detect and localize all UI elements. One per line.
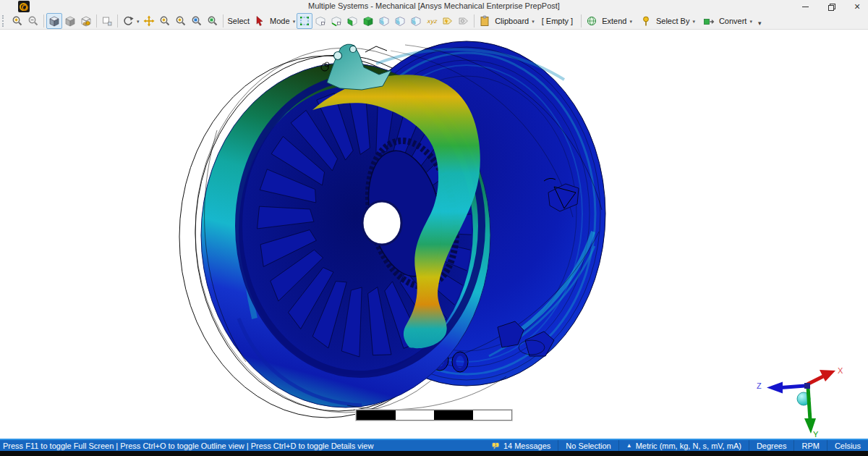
extend-icon xyxy=(584,13,600,29)
select-label: Select xyxy=(228,17,250,25)
select-by-label: Select By xyxy=(656,17,689,25)
coordinate-pick-button[interactable] xyxy=(424,13,440,29)
graphics-toolbar: ▾ Select Mode ▾ Clipboard ▾ [ Empty ] Ex… xyxy=(0,13,868,30)
close-button[interactable]: × xyxy=(852,1,862,12)
rotate-dropdown-caret[interactable]: ▾ xyxy=(137,19,140,25)
select-element-face-button[interactable] xyxy=(392,13,408,29)
restore-icon xyxy=(828,4,835,10)
title-bar: Multiple Systems - Mechanical [Ansys Mec… xyxy=(0,0,868,13)
convert-dropdown[interactable]: Convert ▾ xyxy=(701,13,754,29)
messages-button[interactable]: 14 Messages xyxy=(484,440,558,451)
zoom-button[interactable] xyxy=(157,13,173,29)
restore-button[interactable] xyxy=(826,1,836,12)
select-mode-button[interactable] xyxy=(297,13,312,29)
toolbar-grip[interactable] xyxy=(2,15,7,27)
select-by-icon xyxy=(638,13,654,29)
pan-button[interactable] xyxy=(141,13,157,29)
clipboard-empty-indicator: [ Empty ] xyxy=(542,17,573,25)
minimize-icon xyxy=(802,7,809,7)
vertex-select-button[interactable] xyxy=(312,13,328,29)
shaded-exterior-button[interactable] xyxy=(62,13,78,29)
messages-icon xyxy=(491,442,501,450)
body-select-button[interactable] xyxy=(360,13,376,29)
convert-label: Convert xyxy=(719,17,747,25)
status-bar: Press F11 to toggle Full Screen | Press … xyxy=(0,440,868,451)
minimize-button[interactable] xyxy=(800,1,810,12)
face-select-button[interactable] xyxy=(344,13,360,29)
zoom-out-button[interactable] xyxy=(25,13,41,29)
shaded-exterior-edges-button[interactable] xyxy=(46,13,62,29)
show-mesh-button[interactable] xyxy=(99,13,115,29)
taskbar-edge-strip xyxy=(0,451,868,456)
clipboard-icon xyxy=(477,13,493,29)
clipboard-label: Clipboard xyxy=(495,17,529,25)
model-canvas[interactable]: X Z Y xyxy=(0,30,868,439)
x-axis-label: X xyxy=(838,366,843,375)
clipboard-dropdown[interactable]: Clipboard ▾ xyxy=(477,13,536,29)
graphics-viewport[interactable]: X Z Y xyxy=(0,30,868,439)
mode-dropdown-caret: ▾ xyxy=(293,19,296,25)
angle-unit-button[interactable]: Degrees xyxy=(749,440,794,451)
probe-button[interactable] xyxy=(440,13,456,29)
rotation-unit-button[interactable]: RPM xyxy=(793,440,826,451)
mode-dropdown[interactable]: Mode ▾ xyxy=(268,17,297,25)
select-by-dropdown[interactable]: Select By ▾ xyxy=(638,13,697,29)
select-node-button[interactable] xyxy=(376,13,392,29)
select-cursor-icon[interactable] xyxy=(252,13,268,29)
temperature-unit-button[interactable]: Celsius xyxy=(827,440,868,451)
statusbar-hints: Press F11 to toggle Full Screen | Press … xyxy=(0,442,373,450)
units-triangle-icon: ▲ xyxy=(626,442,632,449)
units-dropdown[interactable]: ▲ Metric (mm, kg, N, s, mV, mA) xyxy=(618,440,749,451)
extend-dropdown[interactable]: Extend ▾ xyxy=(584,13,634,29)
mode-label: Mode xyxy=(270,17,290,25)
z-axis-label: Z xyxy=(757,381,762,390)
window-title: Multiple Systems - Mechanical [Ansys Mec… xyxy=(0,1,868,10)
toolbar-overflow-caret[interactable]: ▾ xyxy=(758,20,762,27)
magnifier-window-button[interactable] xyxy=(205,13,221,29)
zoom-in-button[interactable] xyxy=(9,13,25,29)
rotate-button[interactable] xyxy=(120,13,136,29)
y-axis-label: Y xyxy=(813,430,819,439)
orientation-triad[interactable]: X Z Y xyxy=(757,366,843,439)
messages-label: 14 Messages xyxy=(503,442,550,450)
scale-ruler xyxy=(356,410,512,421)
convert-icon xyxy=(701,13,717,29)
snap-disabled-button[interactable] xyxy=(456,13,472,29)
wireframe-button[interactable] xyxy=(78,13,94,29)
z-axis-arrow[interactable] xyxy=(767,382,783,394)
units-label: Metric (mm, kg, N, s, mV, mA) xyxy=(636,442,741,450)
selection-status: No Selection xyxy=(558,440,618,451)
extend-label: Extend xyxy=(602,17,626,25)
hub-bore-hole xyxy=(362,201,401,245)
select-element-button[interactable] xyxy=(408,13,424,29)
zoom-to-fit-button[interactable] xyxy=(189,13,205,29)
edge-select-button[interactable] xyxy=(328,13,344,29)
box-zoom-button[interactable] xyxy=(173,13,189,29)
